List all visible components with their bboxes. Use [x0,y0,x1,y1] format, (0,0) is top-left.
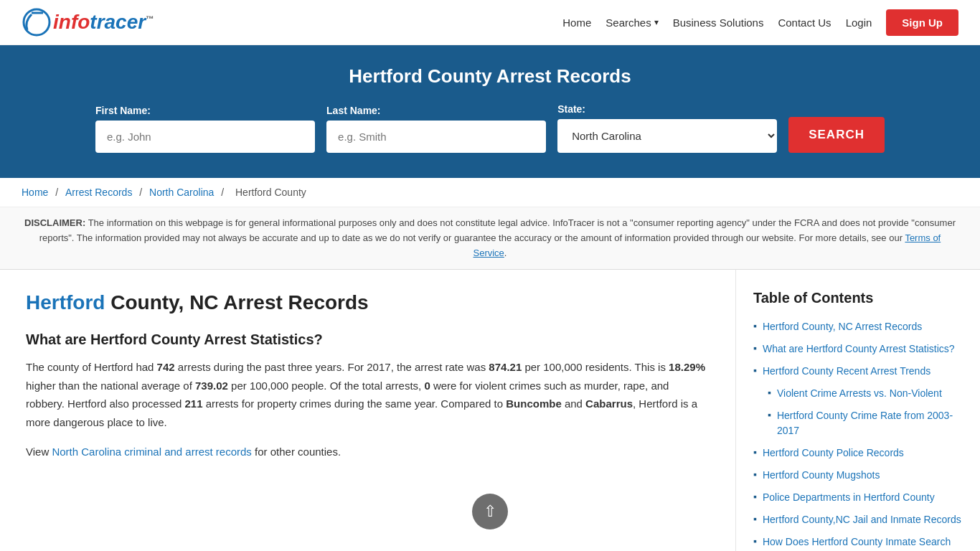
toc-list: Hertford County, NC Arrest Records What … [753,319,963,550]
login-button[interactable]: Login [846,17,872,29]
toc-link-5[interactable]: Hertford County Crime Rate from 2003-201… [777,408,963,438]
toc-link-4[interactable]: Violent Crime Arrests vs. Non-Violent [777,386,942,401]
article-paragraph-1: The county of Hertford had 742 arrests d… [26,358,710,431]
toc-link-3[interactable]: Hertford County Recent Arrest Trends [763,364,930,379]
nav-contact-us[interactable]: Contact Us [778,17,831,29]
first-name-input[interactable] [95,121,315,153]
toc-link-8[interactable]: Police Departments in Hertford County [763,490,935,505]
last-name-group: Last Name: [326,105,546,153]
state-select[interactable]: North Carolina [557,119,777,153]
toc-link-9[interactable]: Hertford County,NC Jail and Inmate Recor… [763,512,961,527]
stat-percent: 18.29% [669,361,705,373]
disclaimer-bar: DISCLAIMER: The information on this webp… [0,207,980,270]
logo-tm: ™ [146,14,154,23]
paragraph2-prefix: View [26,446,52,458]
toc-link-7[interactable]: Hertford County Mugshots [763,468,880,483]
toc-item-10: How Does Hertford County Inmate Search [753,534,963,550]
nav-home[interactable]: Home [562,17,591,29]
toc-item-4-sub: Violent Crime Arrests vs. Non-Violent [768,386,963,401]
toc-link-6[interactable]: Hertford County Police Records [763,446,904,461]
search-button[interactable]: SEARCH [788,117,885,153]
toc-link-10[interactable]: How Does Hertford County Inmate Search [763,534,951,550]
last-name-label: Last Name: [326,105,380,116]
logo-info-text: info [53,11,90,33]
article-paragraph-2: View North Carolina criminal and arrest … [26,443,710,461]
stat-rate: 874.21 [489,361,522,373]
stat-property: 211 [185,397,203,410]
toc-item-9: Hertford County,NC Jail and Inmate Recor… [753,512,963,527]
article-subheading: What are Hertford County Arrest Statisti… [26,331,710,348]
content-article: Hertford County, NC Arrest Records What … [0,270,736,551]
first-name-group: First Name: [95,105,315,153]
breadcrumb-north-carolina[interactable]: North Carolina [149,187,214,198]
toc-item-3: Hertford County Recent Arrest Trends [753,364,963,379]
heading-highlight: Hertford [26,291,105,314]
toc-item-7: Hertford County Mugshots [753,468,963,483]
paragraph2-suffix: for other counties. [252,446,341,458]
logo-tracer-text: tracer [90,11,146,33]
toc-item-5-sub: Hertford County Crime Rate from 2003-201… [768,408,963,438]
state-group: State: North Carolina [557,103,777,153]
page-title: Hertford County Arrest Records [22,65,958,88]
toc-link-2[interactable]: What are Hertford County Arrest Statisti… [763,342,955,357]
disclaimer-text: The information on this webpage is for g… [39,217,956,243]
breadcrumb-home[interactable]: Home [22,187,48,198]
heading-rest: County, NC Arrest Records [105,291,368,314]
toc-link-1[interactable]: Hertford County, NC Arrest Records [763,319,922,334]
article-heading: Hertford County, NC Arrest Records [26,291,710,314]
nav-searches[interactable]: Searches ▾ [606,17,658,29]
main-nav: Home Searches ▾ Business Solutions Conta… [562,9,958,36]
stat-national-avg: 739.02 [195,380,228,392]
first-name-label: First Name: [95,105,151,116]
hero-section: Hertford County Arrest Records First Nam… [0,45,980,178]
stat-arrests: 742 [157,361,175,373]
cabarrus-link: Cabarrus [585,397,633,410]
breadcrumb: Home / Arrest Records / North Carolina /… [0,178,980,207]
breadcrumb-separator-2: / [139,187,145,198]
toc-title: Table of Contents [753,290,963,306]
searches-chevron-icon: ▾ [654,17,659,27]
logo: infotracer™ [22,7,154,37]
state-label: State: [557,103,585,115]
nc-criminal-records-link[interactable]: North Carolina criminal and arrest recor… [52,446,251,458]
search-form: First Name: Last Name: State: North Caro… [95,103,885,153]
scroll-to-top-button[interactable]: ⇧ [472,494,508,529]
header: infotracer™ Home Searches ▾ Business Sol… [0,0,980,45]
toc-item-6: Hertford County Police Records [753,446,963,461]
last-name-input[interactable] [326,121,546,153]
disclaimer-label: DISCLAIMER: [24,217,85,228]
toc-item-1: Hertford County, NC Arrest Records [753,319,963,334]
breadcrumb-separator-3: / [221,187,227,198]
signup-button[interactable]: Sign Up [886,9,958,36]
stat-violent: 0 [424,380,430,392]
buncombe-link: Buncombe [506,397,562,410]
sidebar: Table of Contents Hertford County, NC Ar… [736,270,980,551]
breadcrumb-arrest-records[interactable]: Arrest Records [65,187,132,198]
breadcrumb-separator-1: / [55,187,61,198]
logo-icon [22,7,52,37]
toc-item-8: Police Departments in Hertford County [753,490,963,505]
nav-business-solutions[interactable]: Business Solutions [673,17,764,29]
breadcrumb-county: Hertford County [235,187,306,198]
toc-item-2: What are Hertford County Arrest Statisti… [753,342,963,357]
